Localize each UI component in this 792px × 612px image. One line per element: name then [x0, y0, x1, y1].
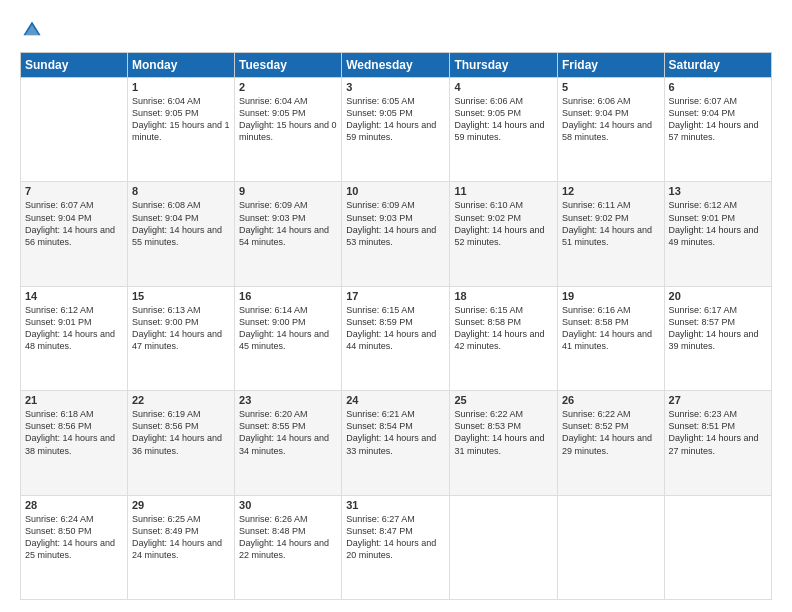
- calendar-week-row: 21Sunrise: 6:18 AM Sunset: 8:56 PM Dayli…: [21, 391, 772, 495]
- day-number: 26: [562, 394, 660, 406]
- calendar-cell: 18Sunrise: 6:15 AM Sunset: 8:58 PM Dayli…: [450, 286, 558, 390]
- calendar-cell: 24Sunrise: 6:21 AM Sunset: 8:54 PM Dayli…: [342, 391, 450, 495]
- day-info: Sunrise: 6:22 AM Sunset: 8:52 PM Dayligh…: [562, 408, 660, 457]
- day-info: Sunrise: 6:06 AM Sunset: 9:05 PM Dayligh…: [454, 95, 553, 144]
- day-info: Sunrise: 6:10 AM Sunset: 9:02 PM Dayligh…: [454, 199, 553, 248]
- calendar-cell: 10Sunrise: 6:09 AM Sunset: 9:03 PM Dayli…: [342, 182, 450, 286]
- day-number: 25: [454, 394, 553, 406]
- calendar-week-row: 14Sunrise: 6:12 AM Sunset: 9:01 PM Dayli…: [21, 286, 772, 390]
- day-number: 11: [454, 185, 553, 197]
- day-number: 19: [562, 290, 660, 302]
- calendar-cell: 28Sunrise: 6:24 AM Sunset: 8:50 PM Dayli…: [21, 495, 128, 599]
- day-number: 27: [669, 394, 767, 406]
- day-number: 29: [132, 499, 230, 511]
- calendar-cell: 8Sunrise: 6:08 AM Sunset: 9:04 PM Daylig…: [127, 182, 234, 286]
- day-info: Sunrise: 6:11 AM Sunset: 9:02 PM Dayligh…: [562, 199, 660, 248]
- day-info: Sunrise: 6:26 AM Sunset: 8:48 PM Dayligh…: [239, 513, 337, 562]
- calendar-cell: 4Sunrise: 6:06 AM Sunset: 9:05 PM Daylig…: [450, 78, 558, 182]
- day-info: Sunrise: 6:12 AM Sunset: 9:01 PM Dayligh…: [25, 304, 123, 353]
- calendar-week-row: 7Sunrise: 6:07 AM Sunset: 9:04 PM Daylig…: [21, 182, 772, 286]
- day-number: 1: [132, 81, 230, 93]
- day-info: Sunrise: 6:25 AM Sunset: 8:49 PM Dayligh…: [132, 513, 230, 562]
- calendar-header-thursday: Thursday: [450, 53, 558, 78]
- day-info: Sunrise: 6:18 AM Sunset: 8:56 PM Dayligh…: [25, 408, 123, 457]
- day-info: Sunrise: 6:19 AM Sunset: 8:56 PM Dayligh…: [132, 408, 230, 457]
- calendar-cell: [450, 495, 558, 599]
- day-info: Sunrise: 6:15 AM Sunset: 8:58 PM Dayligh…: [454, 304, 553, 353]
- day-info: Sunrise: 6:05 AM Sunset: 9:05 PM Dayligh…: [346, 95, 445, 144]
- day-info: Sunrise: 6:09 AM Sunset: 9:03 PM Dayligh…: [346, 199, 445, 248]
- day-number: 31: [346, 499, 445, 511]
- day-number: 15: [132, 290, 230, 302]
- day-number: 14: [25, 290, 123, 302]
- day-number: 16: [239, 290, 337, 302]
- day-info: Sunrise: 6:16 AM Sunset: 8:58 PM Dayligh…: [562, 304, 660, 353]
- day-number: 22: [132, 394, 230, 406]
- day-number: 24: [346, 394, 445, 406]
- day-info: Sunrise: 6:23 AM Sunset: 8:51 PM Dayligh…: [669, 408, 767, 457]
- day-info: Sunrise: 6:15 AM Sunset: 8:59 PM Dayligh…: [346, 304, 445, 353]
- day-number: 17: [346, 290, 445, 302]
- calendar-cell: 30Sunrise: 6:26 AM Sunset: 8:48 PM Dayli…: [235, 495, 342, 599]
- page: SundayMondayTuesdayWednesdayThursdayFrid…: [0, 0, 792, 612]
- calendar-header-wednesday: Wednesday: [342, 53, 450, 78]
- calendar-cell: 22Sunrise: 6:19 AM Sunset: 8:56 PM Dayli…: [127, 391, 234, 495]
- calendar-cell: 31Sunrise: 6:27 AM Sunset: 8:47 PM Dayli…: [342, 495, 450, 599]
- calendar-cell: 20Sunrise: 6:17 AM Sunset: 8:57 PM Dayli…: [664, 286, 771, 390]
- day-number: 2: [239, 81, 337, 93]
- day-number: 21: [25, 394, 123, 406]
- header: [20, 18, 772, 42]
- day-number: 23: [239, 394, 337, 406]
- day-info: Sunrise: 6:17 AM Sunset: 8:57 PM Dayligh…: [669, 304, 767, 353]
- calendar-cell: 27Sunrise: 6:23 AM Sunset: 8:51 PM Dayli…: [664, 391, 771, 495]
- calendar-cell: 16Sunrise: 6:14 AM Sunset: 9:00 PM Dayli…: [235, 286, 342, 390]
- day-info: Sunrise: 6:20 AM Sunset: 8:55 PM Dayligh…: [239, 408, 337, 457]
- day-info: Sunrise: 6:14 AM Sunset: 9:00 PM Dayligh…: [239, 304, 337, 353]
- day-info: Sunrise: 6:06 AM Sunset: 9:04 PM Dayligh…: [562, 95, 660, 144]
- calendar-cell: 13Sunrise: 6:12 AM Sunset: 9:01 PM Dayli…: [664, 182, 771, 286]
- day-info: Sunrise: 6:09 AM Sunset: 9:03 PM Dayligh…: [239, 199, 337, 248]
- day-info: Sunrise: 6:21 AM Sunset: 8:54 PM Dayligh…: [346, 408, 445, 457]
- day-number: 6: [669, 81, 767, 93]
- day-number: 20: [669, 290, 767, 302]
- day-number: 10: [346, 185, 445, 197]
- day-number: 4: [454, 81, 553, 93]
- day-info: Sunrise: 6:04 AM Sunset: 9:05 PM Dayligh…: [239, 95, 337, 144]
- calendar-cell: 7Sunrise: 6:07 AM Sunset: 9:04 PM Daylig…: [21, 182, 128, 286]
- calendar-cell: 1Sunrise: 6:04 AM Sunset: 9:05 PM Daylig…: [127, 78, 234, 182]
- day-info: Sunrise: 6:07 AM Sunset: 9:04 PM Dayligh…: [25, 199, 123, 248]
- day-number: 3: [346, 81, 445, 93]
- day-info: Sunrise: 6:04 AM Sunset: 9:05 PM Dayligh…: [132, 95, 230, 144]
- calendar-cell: [664, 495, 771, 599]
- calendar-cell: 2Sunrise: 6:04 AM Sunset: 9:05 PM Daylig…: [235, 78, 342, 182]
- day-number: 28: [25, 499, 123, 511]
- calendar-header-saturday: Saturday: [664, 53, 771, 78]
- calendar-cell: 17Sunrise: 6:15 AM Sunset: 8:59 PM Dayli…: [342, 286, 450, 390]
- day-info: Sunrise: 6:08 AM Sunset: 9:04 PM Dayligh…: [132, 199, 230, 248]
- day-number: 7: [25, 185, 123, 197]
- calendar-cell: 14Sunrise: 6:12 AM Sunset: 9:01 PM Dayli…: [21, 286, 128, 390]
- calendar-cell: 5Sunrise: 6:06 AM Sunset: 9:04 PM Daylig…: [557, 78, 664, 182]
- calendar-cell: [557, 495, 664, 599]
- calendar-header-monday: Monday: [127, 53, 234, 78]
- logo-icon: [20, 18, 44, 42]
- calendar-cell: 19Sunrise: 6:16 AM Sunset: 8:58 PM Dayli…: [557, 286, 664, 390]
- calendar-cell: 15Sunrise: 6:13 AM Sunset: 9:00 PM Dayli…: [127, 286, 234, 390]
- calendar-cell: 9Sunrise: 6:09 AM Sunset: 9:03 PM Daylig…: [235, 182, 342, 286]
- calendar-cell: 23Sunrise: 6:20 AM Sunset: 8:55 PM Dayli…: [235, 391, 342, 495]
- calendar-cell: [21, 78, 128, 182]
- calendar-week-row: 28Sunrise: 6:24 AM Sunset: 8:50 PM Dayli…: [21, 495, 772, 599]
- day-number: 8: [132, 185, 230, 197]
- logo: [20, 18, 48, 42]
- calendar-cell: 6Sunrise: 6:07 AM Sunset: 9:04 PM Daylig…: [664, 78, 771, 182]
- day-number: 30: [239, 499, 337, 511]
- day-number: 18: [454, 290, 553, 302]
- calendar-week-row: 1Sunrise: 6:04 AM Sunset: 9:05 PM Daylig…: [21, 78, 772, 182]
- calendar-table: SundayMondayTuesdayWednesdayThursdayFrid…: [20, 52, 772, 600]
- calendar-cell: 3Sunrise: 6:05 AM Sunset: 9:05 PM Daylig…: [342, 78, 450, 182]
- day-info: Sunrise: 6:07 AM Sunset: 9:04 PM Dayligh…: [669, 95, 767, 144]
- day-info: Sunrise: 6:22 AM Sunset: 8:53 PM Dayligh…: [454, 408, 553, 457]
- calendar-header-friday: Friday: [557, 53, 664, 78]
- day-info: Sunrise: 6:13 AM Sunset: 9:00 PM Dayligh…: [132, 304, 230, 353]
- day-info: Sunrise: 6:12 AM Sunset: 9:01 PM Dayligh…: [669, 199, 767, 248]
